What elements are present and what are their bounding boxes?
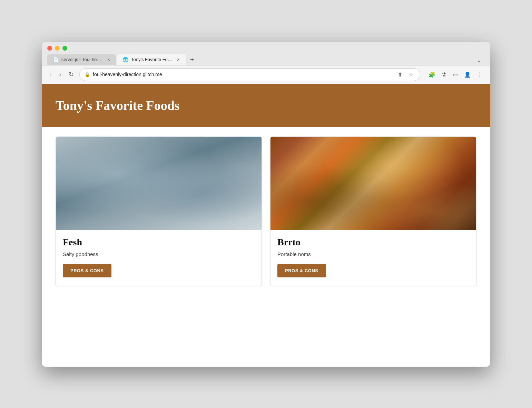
tab-tony-foods[interactable]: 🌐 Tony's Favorite Foods × [117, 54, 186, 65]
extensions-icon[interactable]: 🧩 [426, 70, 437, 79]
tab-bar: 📄 server.js – foul-heavenly-di... × 🌐 To… [47, 54, 485, 65]
food-card-brrto: Brrto Portable noms PROS & CONS [270, 136, 476, 286]
tab-icon-tony: 🌐 [122, 57, 128, 62]
food-image-brrto [270, 137, 476, 230]
profile-icon[interactable]: 👤 [462, 70, 473, 79]
url-text: foul-heavenly-direction.glitch.me [93, 72, 393, 77]
page-content: Tony's Favorite Foods Fesh Salty goodnes… [42, 84, 490, 367]
back-button[interactable]: ‹ [47, 70, 53, 80]
tab-close-tony[interactable]: × [176, 57, 180, 62]
tab-label-server: server.js – foul-heavenly-di... [61, 57, 104, 62]
address-bar-row: ‹ › ↻ 🔒 foul-heavenly-direction.glitch.m… [42, 65, 490, 84]
forward-button[interactable]: › [57, 70, 63, 80]
share-icon[interactable]: ⬆ [396, 70, 404, 79]
menu-icon[interactable]: ⋮ [475, 70, 485, 79]
reload-button[interactable]: ↻ [67, 69, 76, 80]
food-card-body-brrto: Brrto Portable noms PROS & CONS [270, 230, 476, 286]
page-title: Tony's Favorite Foods [56, 98, 476, 113]
maximize-button[interactable] [62, 46, 67, 51]
minimize-button[interactable] [55, 46, 60, 51]
browser-window: 📄 server.js – foul-heavenly-di... × 🌐 To… [42, 42, 490, 367]
pros-cons-button-fesh[interactable]: PROS & CONS [63, 264, 111, 277]
tab-server-js[interactable]: 📄 server.js – foul-heavenly-di... × [47, 54, 116, 65]
split-screen-icon[interactable]: ▭ [451, 70, 460, 79]
food-card-body-fesh: Fesh Salty goodness PROS & CONS [56, 230, 262, 286]
food-desc-fesh: Salty goodness [63, 251, 255, 257]
page-header: Tony's Favorite Foods [42, 84, 490, 127]
food-image-fesh [56, 137, 262, 230]
window-controls [47, 46, 485, 51]
close-button[interactable] [47, 46, 52, 51]
tab-label-tony: Tony's Favorite Foods [131, 57, 174, 62]
pros-cons-button-brrto[interactable]: PROS & CONS [277, 264, 326, 277]
title-bar: 📄 server.js – foul-heavenly-di... × 🌐 To… [42, 42, 490, 65]
tab-close-server[interactable]: × [107, 57, 111, 62]
new-tab-button[interactable]: + [187, 54, 198, 65]
lock-icon: 🔒 [85, 72, 90, 77]
tab-icon-server: 📄 [53, 57, 59, 62]
browser-toolbar: 🧩 ⚗ ▭ 👤 ⋮ [426, 70, 485, 79]
star-icon[interactable]: ☆ [407, 70, 415, 79]
food-name-fesh: Fesh [63, 237, 255, 248]
food-desc-brrto: Portable noms [277, 251, 469, 257]
address-bar[interactable]: 🔒 foul-heavenly-direction.glitch.me ⬆ ☆ [79, 68, 420, 81]
food-grid: Fesh Salty goodness PROS & CONS Brrto Po… [42, 127, 490, 296]
experiments-icon[interactable]: ⚗ [440, 70, 449, 79]
food-name-brrto: Brrto [277, 237, 469, 248]
tab-dropdown-button[interactable]: ⌄ [473, 56, 485, 65]
food-card-fesh: Fesh Salty goodness PROS & CONS [56, 136, 262, 286]
